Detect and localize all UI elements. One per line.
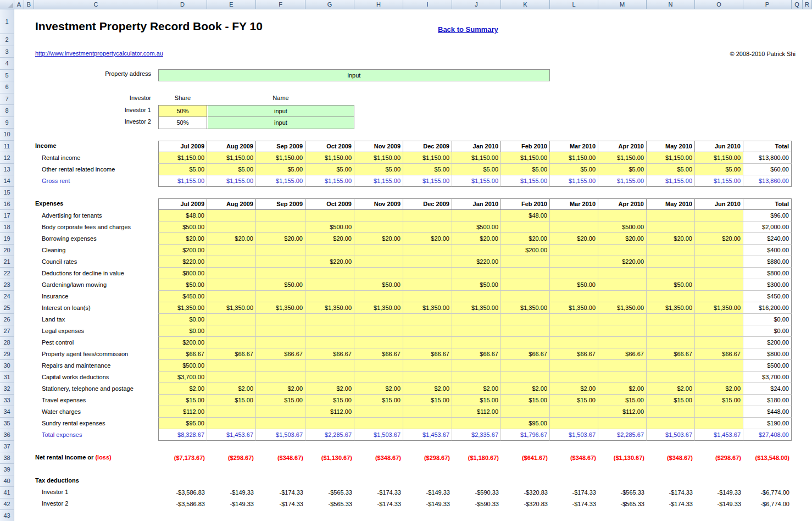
- expense-value-cell[interactable]: [695, 210, 743, 221]
- expense-value-cell[interactable]: $48.00: [501, 210, 550, 221]
- expense-value-cell[interactable]: $112.00: [305, 406, 354, 418]
- expense-value-cell[interactable]: [647, 360, 695, 372]
- expense-value-cell[interactable]: [256, 418, 305, 429]
- row-header-6[interactable]: 6: [0, 81, 14, 93]
- expense-value-cell[interactable]: [354, 268, 403, 279]
- income-value-cell[interactable]: $1,155.00: [256, 175, 305, 187]
- expense-value-cell[interactable]: [647, 314, 695, 325]
- expense-value-cell[interactable]: $2.00: [207, 383, 256, 395]
- column-header-E[interactable]: E: [207, 0, 256, 9]
- expense-value-cell[interactable]: $200.00: [158, 337, 207, 348]
- expense-value-cell[interactable]: $2.00: [452, 383, 501, 395]
- month-header-cell[interactable]: Jul 2009: [158, 141, 207, 152]
- income-value-cell[interactable]: $5.00: [695, 164, 743, 175]
- tax-deduction-value-cell[interactable]: -$6,774.00: [743, 498, 792, 510]
- row-total-cell[interactable]: $190.00: [743, 418, 792, 429]
- expense-value-cell[interactable]: $95.00: [501, 418, 550, 429]
- month-header-cell[interactable]: Jun 2010: [695, 141, 743, 152]
- expense-value-cell[interactable]: $220.00: [598, 256, 647, 268]
- expense-value-cell[interactable]: [305, 360, 354, 372]
- row-header-37[interactable]: 37: [0, 441, 14, 452]
- month-header-cell[interactable]: Dec 2009: [403, 141, 452, 152]
- expense-value-cell[interactable]: [452, 337, 501, 348]
- expense-value-cell[interactable]: $50.00: [647, 279, 695, 291]
- row-header-26[interactable]: 26: [0, 314, 14, 325]
- income-value-cell[interactable]: $1,150.00: [354, 152, 403, 164]
- expense-value-cell[interactable]: $2,285.67: [598, 429, 647, 441]
- expense-value-cell[interactable]: [256, 372, 305, 383]
- row-total-cell[interactable]: $13,860.00: [743, 175, 792, 187]
- expense-value-cell[interactable]: $1,350.00: [403, 302, 452, 314]
- expense-value-cell[interactable]: $1,350.00: [501, 302, 550, 314]
- expense-value-cell[interactable]: [256, 245, 305, 256]
- expense-value-cell[interactable]: [354, 418, 403, 429]
- expense-value-cell[interactable]: $50.00: [256, 279, 305, 291]
- month-header-cell[interactable]: Jul 2009: [158, 198, 207, 210]
- expense-value-cell[interactable]: [598, 337, 647, 348]
- expense-value-cell[interactable]: [305, 210, 354, 221]
- expense-value-cell[interactable]: [647, 291, 695, 302]
- row-header-36[interactable]: 36: [0, 429, 14, 441]
- tax-deduction-value-cell[interactable]: -$174.33: [354, 498, 403, 510]
- net-loss-value-cell[interactable]: ($641.67): [501, 452, 550, 464]
- expense-value-cell[interactable]: $0.00: [158, 325, 207, 337]
- expense-value-cell[interactable]: $20.00: [647, 233, 695, 245]
- month-header-cell[interactable]: Mar 2010: [550, 141, 598, 152]
- row-header-7[interactable]: 7: [0, 93, 14, 106]
- total-header-cell[interactable]: Total: [743, 198, 792, 210]
- month-header-cell[interactable]: Apr 2010: [598, 198, 647, 210]
- expense-value-cell[interactable]: $20.00: [403, 233, 452, 245]
- expense-value-cell[interactable]: [452, 325, 501, 337]
- expense-value-cell[interactable]: $1,503.67: [647, 429, 695, 441]
- net-loss-value-cell[interactable]: ($298.67): [207, 452, 256, 464]
- income-value-cell[interactable]: $1,150.00: [207, 152, 256, 164]
- expense-value-cell[interactable]: [305, 245, 354, 256]
- expense-value-cell[interactable]: $1,453.67: [207, 429, 256, 441]
- row-total-cell[interactable]: $300.00: [743, 279, 792, 291]
- expense-value-cell[interactable]: $450.00: [158, 291, 207, 302]
- expense-value-cell[interactable]: [403, 418, 452, 429]
- expense-value-cell[interactable]: [647, 406, 695, 418]
- tax-deduction-value-cell[interactable]: -$149.33: [695, 498, 743, 510]
- expense-value-cell[interactable]: $66.67: [695, 348, 743, 360]
- expense-value-cell[interactable]: $1,350.00: [695, 302, 743, 314]
- row-header-20[interactable]: 20: [0, 245, 14, 256]
- income-value-cell[interactable]: $1,150.00: [256, 152, 305, 164]
- month-header-cell[interactable]: Dec 2009: [403, 198, 452, 210]
- column-header-H[interactable]: H: [354, 0, 403, 9]
- expense-value-cell[interactable]: $8,328.67: [158, 429, 207, 441]
- expense-value-cell[interactable]: $2.00: [158, 383, 207, 395]
- column-header-C[interactable]: C: [34, 0, 158, 9]
- row-total-cell[interactable]: $2,000.00: [743, 221, 792, 233]
- row-header-42[interactable]: 42: [0, 498, 14, 510]
- tax-deduction-value-cell[interactable]: -$320.83: [501, 498, 550, 510]
- expense-value-cell[interactable]: [354, 245, 403, 256]
- expense-value-cell[interactable]: $1,350.00: [647, 302, 695, 314]
- expense-value-cell[interactable]: [403, 279, 452, 291]
- expense-value-cell[interactable]: [598, 325, 647, 337]
- tax-deduction-value-cell[interactable]: -$174.33: [550, 498, 598, 510]
- income-value-cell[interactable]: $1,150.00: [501, 152, 550, 164]
- expense-value-cell[interactable]: $50.00: [158, 279, 207, 291]
- income-value-cell[interactable]: $5.00: [158, 164, 207, 175]
- expense-value-cell[interactable]: [305, 325, 354, 337]
- column-header-A[interactable]: A: [14, 0, 24, 9]
- expense-value-cell[interactable]: [207, 210, 256, 221]
- column-header-N[interactable]: N: [647, 0, 695, 9]
- row-total-cell[interactable]: $180.00: [743, 395, 792, 406]
- expense-value-cell[interactable]: [354, 256, 403, 268]
- expense-value-cell[interactable]: [207, 245, 256, 256]
- expense-value-cell[interactable]: [501, 406, 550, 418]
- net-loss-value-cell[interactable]: ($13,548.00): [743, 452, 792, 464]
- tax-deduction-value-cell[interactable]: -$6,774.00: [743, 487, 792, 498]
- expense-value-cell[interactable]: [403, 221, 452, 233]
- row-header-8[interactable]: 8: [0, 105, 14, 117]
- tax-deduction-value-cell[interactable]: -$149.33: [207, 498, 256, 510]
- expense-value-cell[interactable]: [550, 418, 598, 429]
- expense-value-cell[interactable]: [403, 325, 452, 337]
- column-header-B[interactable]: B: [24, 0, 34, 9]
- month-header-cell[interactable]: Oct 2009: [305, 198, 354, 210]
- column-header-D[interactable]: D: [158, 0, 207, 9]
- tax-deduction-value-cell[interactable]: -$565.33: [305, 487, 354, 498]
- expense-value-cell[interactable]: [550, 406, 598, 418]
